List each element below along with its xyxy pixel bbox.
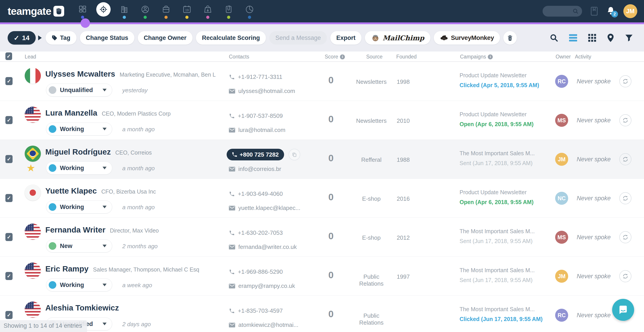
refresh-activity-button[interactable] <box>619 153 632 165</box>
refresh-activity-button[interactable] <box>619 114 632 126</box>
owner-avatar[interactable]: MS <box>555 114 568 127</box>
phone-link[interactable]: +800 725 7282 <box>227 149 300 161</box>
nav-dot <box>144 16 147 19</box>
refresh-activity-button[interactable] <box>619 231 632 243</box>
tag-button[interactable]: Tag <box>46 31 76 45</box>
country-flag-icon <box>25 184 41 201</box>
status-dropdown[interactable]: New <box>46 239 112 252</box>
phone-icon <box>229 308 235 314</box>
row-checkbox[interactable] <box>6 194 12 202</box>
row-checkbox[interactable] <box>6 233 12 241</box>
lead-name[interactable]: Yuette Klapec <box>45 186 97 195</box>
email-link[interactable]: yuette.klapec@klapec... <box>229 204 300 211</box>
nav-companies[interactable] <box>114 0 135 22</box>
lead-title: CFO, Bizerba Usa Inc <box>102 188 156 195</box>
phone-link[interactable]: +1-903-649-4060 <box>229 190 283 197</box>
phone-link[interactable]: +1-907-537-8509 <box>229 113 283 119</box>
phone-icon <box>229 230 235 236</box>
refresh-icon <box>622 156 629 163</box>
export-button[interactable]: Export <box>330 31 362 45</box>
email-link[interactable]: erampy@rampy.co.uk <box>229 283 295 289</box>
owner-avatar[interactable]: RC <box>555 75 568 88</box>
status-dropdown[interactable]: Unqualified <box>46 84 112 97</box>
refresh-activity-button[interactable] <box>619 75 632 87</box>
email-address: lura@hotmail.com <box>238 127 286 134</box>
search-icon <box>572 8 579 14</box>
lead-name[interactable]: Aleshia Tomkiewicz <box>45 303 119 312</box>
owner-avatar[interactable]: RC <box>555 309 568 322</box>
grid-view-button[interactable] <box>588 34 596 42</box>
nav-deals[interactable] <box>156 0 176 22</box>
email-link[interactable]: fernanda@writer.co.uk <box>229 244 297 250</box>
country-flag-icon <box>25 68 41 84</box>
email-link[interactable]: ulysses@hotmail.com <box>229 88 295 95</box>
lead-name[interactable]: Fernanda Writer <box>45 225 106 234</box>
founded-value: 2010 <box>397 117 410 124</box>
nav-products[interactable] <box>198 0 218 22</box>
nav-insights[interactable] <box>239 0 260 22</box>
lead-name[interactable]: Miguel Rodríguez <box>45 148 111 156</box>
status-dropdown[interactable]: Working <box>46 279 112 292</box>
row-checkbox[interactable] <box>6 155 12 163</box>
mailchimp-button[interactable]: MailChimp <box>365 31 430 45</box>
row-checkbox[interactable] <box>6 77 12 85</box>
delete-button[interactable] <box>503 31 517 45</box>
phone-link[interactable]: +1-835-703-4597 <box>229 307 283 314</box>
grid-view-icon <box>588 34 596 42</box>
user-avatar[interactable]: JM <box>623 4 637 18</box>
copy-phone-button[interactable] <box>288 149 300 161</box>
teamgate-logo[interactable]: teamgate <box>8 5 64 17</box>
map-view-button[interactable] <box>607 33 614 42</box>
select-all-checkbox[interactable] <box>6 52 12 60</box>
lead-row: ★ Eric Rampy Sales Manager, Thompson, Mi… <box>0 257 644 296</box>
selected-count-button[interactable]: ✓ 14 <box>8 31 36 45</box>
lead-name[interactable]: Eric Rampy <box>45 264 89 273</box>
email-link[interactable]: info@correios.br <box>229 166 281 172</box>
phone-link[interactable]: +1-969-886-5290 <box>229 268 283 275</box>
email-link[interactable]: atomkiewicz@hotmai... <box>229 322 298 329</box>
status-dropdown[interactable]: Working <box>46 200 112 213</box>
list-view-icon <box>568 34 578 42</box>
last-activity-time: a month ago <box>122 165 155 172</box>
lead-name[interactable]: Ulysses Mcwalters <box>45 69 115 78</box>
chat-widget-button[interactable] <box>612 299 634 321</box>
active-nav-indicator <box>80 18 90 28</box>
owner-avatar[interactable]: MS <box>555 231 568 244</box>
nav-contacts[interactable] <box>135 0 156 22</box>
nav-leads[interactable] <box>93 0 114 22</box>
status-dropdown[interactable]: Working <box>46 162 112 174</box>
filter-button[interactable] <box>625 34 633 42</box>
nav-files[interactable] <box>218 0 239 22</box>
email-link[interactable]: lura@hotmail.com <box>229 127 286 134</box>
star-icon[interactable]: ★ <box>26 162 35 174</box>
list-view-button[interactable] <box>568 34 578 42</box>
nav-calendar[interactable]: 19 <box>176 0 198 22</box>
country-flag-icon <box>25 146 41 162</box>
table-search-button[interactable] <box>550 34 558 42</box>
lead-name[interactable]: Lura Manzella <box>45 108 97 117</box>
last-activity-time: 2 days ago <box>122 321 151 328</box>
notifications-bell[interactable]: 2 <box>606 6 615 16</box>
row-checkbox[interactable] <box>6 272 12 280</box>
owner-avatar[interactable]: NC <box>555 192 568 205</box>
expand-selection-icon[interactable] <box>38 35 42 40</box>
owner-avatar[interactable]: JM <box>555 270 568 283</box>
global-search-input[interactable] <box>542 6 582 16</box>
change-status-button[interactable]: Change Status <box>80 31 134 45</box>
surveymonkey-button[interactable]: SurveyMonkey <box>434 31 500 45</box>
recalculate-scoring-button[interactable]: Recalculate Scoring <box>196 31 266 45</box>
phone-number: +1-903-649-4060 <box>238 190 283 197</box>
row-checkbox[interactable] <box>6 311 12 319</box>
owner-avatar[interactable]: JM <box>555 153 568 166</box>
bookmarks-icon[interactable] <box>590 6 598 16</box>
status-dropdown[interactable]: Working <box>46 123 112 136</box>
send-message-button[interactable]: Send a Message <box>269 31 327 45</box>
refresh-activity-button[interactable] <box>619 270 632 282</box>
phone-link[interactable]: +1-630-202-7053 <box>229 229 283 236</box>
chevron-down-icon <box>102 284 106 286</box>
change-owner-button[interactable]: Change Owner <box>138 31 193 45</box>
row-checkbox[interactable] <box>6 116 12 124</box>
phone-link[interactable]: +1-912-771-3311 <box>229 73 282 80</box>
refresh-activity-button[interactable] <box>619 192 632 204</box>
header-score: Scorei <box>325 54 345 60</box>
